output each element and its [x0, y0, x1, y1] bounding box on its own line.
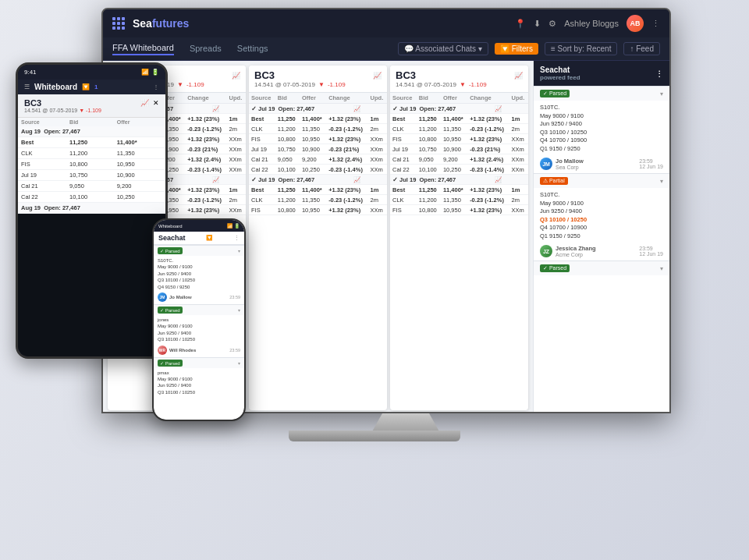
phone-section-2: ✓ Parsed ▾ jonesMay 9000 / 9100Jun 9250 … — [154, 304, 244, 357]
table-row: Best11,25011,400*+1.32 (23%)1m — [249, 185, 387, 195]
app-logo-text: Seafutures — [133, 17, 189, 30]
phone-more-icon[interactable]: ⋮ — [234, 235, 240, 241]
chat-menu-icon[interactable]: ⋮ — [655, 69, 663, 78]
tab-ffa-whiteboard[interactable]: FFA Whiteboard — [112, 43, 174, 55]
author-name-1: Jo Mallow — [556, 158, 584, 165]
chat-time-1: 23:5912 Jun 19 — [639, 158, 663, 169]
phone-badge-1: ✓ Parsed — [158, 247, 183, 254]
phone-time-1: 23:59 — [229, 295, 240, 299]
col-bid: Bid — [275, 93, 300, 104]
close-icon-tablet[interactable]: ✕ — [153, 99, 159, 107]
author-company-1: Sea Corp — [556, 165, 584, 170]
tab-settings[interactable]: Settings — [237, 44, 268, 55]
tablet-col-source: Source — [18, 118, 66, 126]
section-header: ✓ Jul 19 Open: 27,467 📈 — [390, 104, 528, 114]
expand-icon-2[interactable]: ▾ — [660, 178, 663, 185]
chat-subtitle: powered feed — [540, 74, 580, 81]
phone-expand-2[interactable]: ▾ — [238, 307, 240, 313]
trading-panel-2: BC3 📈 14.541 @ 07-05-2019 ▼ -1.109 — [249, 66, 387, 410]
chart-icon[interactable]: 📈 — [232, 72, 240, 80]
chat-message-1: S10TC. May 9000 / 9100 Jun 9250 / 9400 Q… — [534, 101, 669, 156]
table-row: Jul 1910,75010,900 — [18, 170, 165, 181]
tablet-col-offer: Offer — [114, 118, 165, 126]
phone-expand-3[interactable]: ▾ — [238, 360, 240, 366]
phone-section-header-1: ✓ Parsed ▾ — [154, 246, 244, 256]
table-row: Best11,25011,400*+1.32 (23%)1m — [390, 114, 528, 124]
table-row: Cal 2210,10010,250 — [18, 192, 165, 203]
nav-actions: 💬 Associated Chats ▾ 🔽 Filters ≡ Sort by… — [398, 42, 660, 55]
chat-section-parsed-2: ✓ Parsed ▾ — [534, 261, 669, 275]
phone-time-2: 23:59 — [229, 348, 240, 353]
phone-navbar: Seachat 🔽 ⋮ — [154, 232, 244, 245]
phone-statusbar: Whiteboard 📶🔋 — [154, 220, 244, 232]
col-upd: Upd. — [509, 93, 528, 104]
phone-message-3: pmaxMay 9000 / 9100Jun 9250 / 9400Q3 101… — [154, 368, 244, 398]
phone-section-1: ✓ Parsed ▾ S10TC.May 9000 / 9100Jun 9250… — [154, 245, 244, 304]
phone-author-1: Jo Mallow — [169, 295, 192, 299]
sort-button[interactable]: ≡ Sort by: Recent — [545, 42, 618, 55]
table-row: Cal 219,0509,200 — [18, 181, 165, 192]
phone-avatar-1: JM — [158, 292, 167, 302]
phone-expand-1[interactable]: ▾ — [238, 248, 240, 253]
badge-parsed-2: ✓ Parsed — [540, 264, 570, 272]
menu-icon[interactable]: ⋮ — [651, 19, 660, 29]
filters-button[interactable]: 🔽 Filters — [495, 43, 538, 55]
tablet-panel-header: BC3 📈 ✕ 14.541 @ 07-05-2019 ▼ -1.109 — [18, 94, 165, 118]
tablet-section-header: Aug 19 Open: 27,467 — [18, 126, 165, 137]
chat-section-header-1: ✓ Parsed ▾ — [534, 87, 669, 101]
chat-section-header-3: ✓ Parsed ▾ — [534, 261, 669, 275]
phone-author-2: Will Rhodes — [169, 348, 196, 353]
table-row: CLK11,20011,350-0.23 (-1.2%)2m — [390, 124, 528, 134]
phone-badge-2: ✓ Parsed — [158, 307, 183, 314]
col-upd: Upd. — [368, 93, 387, 104]
chart-icon-tablet[interactable]: 📈 — [140, 99, 149, 107]
app-logo-grid — [112, 17, 125, 30]
col-source: Source — [249, 93, 275, 104]
tablet-col-bid: Bid — [66, 118, 114, 126]
col-change: Change — [185, 93, 226, 104]
tablet-status-icons: 📶🔋 — [141, 69, 159, 76]
section-header-2: ✓ Jul 19 Open: 27,467 📈 — [249, 175, 387, 185]
badge-partial: ⚠ Partial — [540, 177, 568, 185]
more-icon-tablet[interactable]: ⋮ — [153, 83, 159, 90]
tablet-panel-title: BC3 — [24, 98, 41, 108]
associated-chats-button[interactable]: 💬 Associated Chats ▾ — [398, 42, 488, 55]
col-bid: Bid — [417, 93, 441, 104]
col-upd: Upd. — [227, 93, 246, 104]
hamburger-icon[interactable]: ☰ — [24, 83, 30, 90]
chat-section-parsed-1: ✓ Parsed ▾ S10TC. May 9000 / 9100 Jun 92… — [534, 86, 669, 173]
panel-2-table: Source Bid Offer Change Upd. ✓ Jul 19 Op… — [249, 93, 387, 215]
panel-2-header: BC3 📈 14.541 @ 07-05-2019 ▼ -1.109 — [249, 66, 387, 93]
expand-icon[interactable]: ▾ — [660, 90, 663, 97]
author-avatar-1: JM — [540, 158, 552, 170]
chat-title: Seachat — [540, 66, 580, 74]
feed-button[interactable]: ↑ Feed — [623, 42, 660, 55]
tablet-title: Whiteboard — [34, 83, 77, 91]
filter-icon-tablet[interactable]: 🔽 — [82, 83, 90, 90]
panel-3-title: BC3 — [396, 69, 416, 81]
phone-chat-area: ✓ Parsed ▾ S10TC.May 9000 / 9100Jun 9250… — [154, 245, 244, 397]
download-icon: ⬇ — [534, 19, 541, 29]
phone-device: Whiteboard 📶🔋 Seachat 🔽 ⋮ ✓ Parsed ▾ S10… — [152, 218, 246, 421]
trading-panel-3: BC3 📈 14.541 @ 07-05-2019 ▼ -1.109 — [390, 66, 528, 410]
section-header: ✓ Jul 19 Open: 27,467 📈 — [249, 104, 387, 114]
phone-filter-icon[interactable]: 🔽 — [206, 235, 213, 241]
expand-icon-3[interactable]: ▾ — [660, 265, 663, 272]
chart-icon-2[interactable]: 📈 — [373, 72, 382, 80]
phone-message-2: jonesMay 9000 / 9100Jun 9250 / 9400Q3 10… — [154, 315, 244, 345]
user-name: Ashley Bloggs — [564, 19, 619, 28]
col-offer: Offer — [441, 93, 467, 104]
tab-spreads[interactable]: Spreads — [190, 44, 222, 55]
panel-2-subtitle: 14.541 @ 07-05-2019 ▼ -1.109 — [254, 81, 382, 88]
app-topbar: Seafutures 📍 ⬇ ⚙ Ashley Bloggs AB ⋮ — [103, 9, 669, 37]
chart-icon-3[interactable]: 📈 — [514, 72, 523, 80]
user-avatar[interactable]: AB — [627, 15, 644, 32]
table-row: FIS10,80010,950+1.32 (23%)XXm — [390, 205, 528, 215]
monitor-base — [289, 431, 460, 441]
phone-meta-2: WR Will Rhodes 23:59 — [154, 345, 244, 357]
tablet-screen: 9:41 📶🔋 ☰ Whiteboard 🔽 1 ⋮ BC3 📈 ✕ 14.5 — [18, 65, 165, 356]
table-row: CLK11,20011,350-0.23 (-1.2%)2m — [249, 124, 387, 134]
settings-icon: ⚙ — [548, 19, 556, 29]
table-row: Cal 2210,10010,250-0.23 (-1.4%)XXm — [390, 165, 528, 175]
phone-nav-title: Seachat — [158, 234, 186, 242]
